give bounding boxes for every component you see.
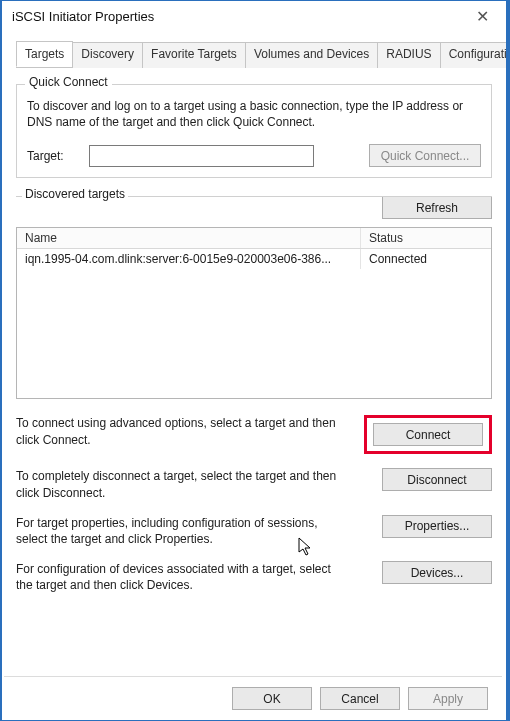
targets-table[interactable]: Name Status iqn.1995-04.com.dlink:server… (16, 227, 492, 399)
tab-targets[interactable]: Targets (16, 41, 73, 67)
quick-connect-legend: Quick Connect (25, 75, 112, 89)
column-status[interactable]: Status (361, 228, 491, 248)
target-label: Target: (27, 149, 89, 163)
tab-radius[interactable]: RADIUS (377, 42, 440, 68)
column-name[interactable]: Name (17, 228, 361, 248)
table-row[interactable]: iqn.1995-04.com.dlink:server:6-0015e9-02… (17, 249, 491, 269)
properties-help-text: For target properties, including configu… (16, 515, 346, 547)
tab-discovery[interactable]: Discovery (72, 42, 143, 68)
window-title: iSCSI Initiator Properties (12, 9, 154, 24)
quick-connect-button[interactable]: Quick Connect... (369, 144, 481, 167)
cell-target-name: iqn.1995-04.com.dlink:server:6-0015e9-02… (17, 249, 361, 269)
devices-help-text: For configuration of devices associated … (16, 561, 346, 593)
tab-favorite-targets[interactable]: Favorite Targets (142, 42, 246, 68)
connect-button[interactable]: Connect (373, 423, 483, 446)
connect-help-text: To connect using advanced options, selec… (16, 415, 346, 447)
connect-highlight: Connect (364, 415, 492, 454)
target-input[interactable] (89, 145, 314, 167)
disconnect-button[interactable]: Disconnect (382, 468, 492, 491)
table-header: Name Status (17, 228, 491, 249)
dialog-button-bar: OK Cancel Apply (4, 676, 502, 716)
discovered-targets-group: Discovered targets Refresh Name Status i… (16, 196, 492, 593)
ok-button[interactable]: OK (232, 687, 312, 710)
close-icon[interactable]: ✕ (464, 7, 500, 26)
apply-button[interactable]: Apply (408, 687, 488, 710)
disconnect-help-text: To completely disconnect a target, selec… (16, 468, 346, 500)
devices-button[interactable]: Devices... (382, 561, 492, 584)
properties-button[interactable]: Properties... (382, 515, 492, 538)
tab-volumes-devices[interactable]: Volumes and Devices (245, 42, 378, 68)
cancel-button[interactable]: Cancel (320, 687, 400, 710)
quick-connect-group: Quick Connect To discover and log on to … (16, 84, 492, 178)
tab-configuration[interactable]: Configuration (440, 42, 510, 68)
tab-bar: Targets Discovery Favorite Targets Volum… (16, 41, 492, 68)
discovered-targets-legend: Discovered targets (22, 187, 128, 201)
quick-connect-description: To discover and log on to a target using… (27, 98, 481, 130)
refresh-button[interactable]: Refresh (382, 196, 492, 219)
cell-target-status: Connected (361, 249, 491, 269)
title-bar: iSCSI Initiator Properties ✕ (2, 1, 506, 31)
